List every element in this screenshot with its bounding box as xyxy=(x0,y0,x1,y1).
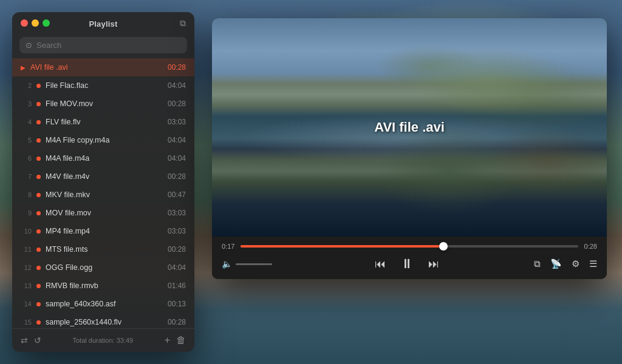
item-number: 5 xyxy=(21,136,32,144)
search-icon: ⊙ xyxy=(26,41,32,50)
playlist-panel: Playlist ⧉ ⊙ ▶ AVI file .avi 00:28 2 Fil… xyxy=(12,12,194,352)
playlist-item[interactable]: 7 M4V file.m4v 00:28 xyxy=(12,167,194,186)
progress-row: 0:17 0:28 xyxy=(222,243,597,250)
item-name: RMVB file.rmvb xyxy=(46,281,163,290)
item-name: File Flac.flac xyxy=(46,81,163,90)
item-dot-icon xyxy=(36,248,41,252)
play-arrow-icon: ▶ xyxy=(21,64,26,71)
playlist-item[interactable]: 4 FLV file.flv 03:03 xyxy=(12,113,194,131)
item-name: OGG File.ogg xyxy=(46,263,163,272)
item-duration: 03:03 xyxy=(168,118,186,126)
item-name: sample_2560x1440.flv xyxy=(46,318,163,326)
controls-row: 🔈 ⏮ ⏸ ⏭ ⧉ 📡 ⚙ ☰ xyxy=(222,256,597,272)
add-button[interactable]: + xyxy=(165,335,170,346)
item-number: 9 xyxy=(21,209,32,217)
item-name: M4V file.m4v xyxy=(46,172,163,181)
airplay-icon[interactable]: 📡 xyxy=(550,258,562,269)
item-dot-icon xyxy=(36,211,41,215)
item-dot-icon xyxy=(36,320,41,325)
item-number: 11 xyxy=(21,246,32,253)
item-duration: 00:28 xyxy=(168,63,186,72)
item-dot-icon xyxy=(36,229,41,234)
item-duration: 00:47 xyxy=(168,190,186,199)
progress-fill xyxy=(241,245,443,248)
playlist-item[interactable]: 15 sample_2560x1440.flv 00:28 xyxy=(12,313,194,328)
settings-icon[interactable]: ⚙ xyxy=(572,258,579,269)
item-number: 8 xyxy=(21,191,32,198)
playlist-icon[interactable]: ☰ xyxy=(589,258,597,269)
delete-button[interactable]: 🗑 xyxy=(176,335,186,346)
playlist-item[interactable]: 11 MTS file.mts 00:28 xyxy=(12,240,194,258)
search-input[interactable] xyxy=(36,41,181,50)
playlist-item[interactable]: 9 MOV file.mov 03:03 xyxy=(12,204,194,222)
item-duration: 04:04 xyxy=(168,263,186,272)
playlist-item[interactable]: 13 RMVB file.rmvb 01:46 xyxy=(12,277,194,295)
playlist-footer: ⇄ ↺ Total duration: 33:49 + 🗑 xyxy=(12,328,194,352)
item-name: MOV file.mov xyxy=(46,209,163,217)
item-number: 14 xyxy=(21,300,32,308)
playlist-item[interactable]: 14 sample_640x360.asf 00:13 xyxy=(12,295,194,313)
item-duration: 00:28 xyxy=(168,318,186,326)
video-title: AVI file .avi xyxy=(374,120,445,135)
search-bar[interactable]: ⊙ xyxy=(19,37,187,53)
item-duration: 00:13 xyxy=(168,300,186,308)
item-dot-icon xyxy=(36,84,41,88)
item-duration: 04:04 xyxy=(168,136,186,144)
time-current: 0:17 xyxy=(222,243,234,250)
item-number: 2 xyxy=(21,82,32,89)
minimize-button[interactable] xyxy=(32,19,39,27)
playback-controls: ⏮ ⏸ ⏭ xyxy=(279,256,534,272)
playlist-list[interactable]: ▶ AVI file .avi 00:28 2 File Flac.flac 0… xyxy=(12,58,194,328)
repeat-icon[interactable]: ↺ xyxy=(34,335,41,345)
total-duration: Total duration: 33:49 xyxy=(47,337,159,344)
playlist-item[interactable]: 6 M4A file.m4a 04:04 xyxy=(12,149,194,167)
video-area[interactable]: AVI file .avi xyxy=(212,18,607,237)
item-name: FLV file.flv xyxy=(46,118,163,126)
item-dot-icon xyxy=(36,284,41,288)
item-name: M4A File copy.m4a xyxy=(46,136,163,144)
item-duration: 00:28 xyxy=(168,172,186,181)
video-player: AVI file .avi 0:17 0:28 🔈 ⏮ ⏸ ⏭ xyxy=(212,18,607,279)
item-dot-icon xyxy=(36,266,41,270)
playlist-item[interactable]: 5 M4A File copy.m4a 04:04 xyxy=(12,131,194,149)
item-duration: 00:28 xyxy=(168,99,186,108)
item-number: 12 xyxy=(21,264,32,271)
playlist-item[interactable]: 8 MKV file.mkv 00:47 xyxy=(12,186,194,204)
pause-button[interactable]: ⏸ xyxy=(400,256,414,272)
prev-button[interactable]: ⏮ xyxy=(375,258,386,271)
playlist-titlebar: Playlist ⧉ xyxy=(12,12,194,33)
playlist-item[interactable]: 3 File MOV.mov 00:28 xyxy=(12,95,194,113)
item-number: 6 xyxy=(21,155,32,162)
volume-icon[interactable]: 🔈 xyxy=(222,259,232,269)
item-name: MKV file.mkv xyxy=(46,190,163,199)
playlist-item[interactable]: 10 MP4 file.mp4 03:03 xyxy=(12,222,194,240)
time-total: 0:28 xyxy=(584,243,597,250)
pip-icon[interactable]: ⧉ xyxy=(180,18,186,28)
playlist-title: Playlist xyxy=(89,19,117,29)
item-duration: 03:03 xyxy=(168,209,186,217)
progress-track[interactable] xyxy=(241,245,578,248)
item-duration: 04:04 xyxy=(168,81,186,90)
maximize-button[interactable] xyxy=(43,19,50,27)
item-name: File MOV.mov xyxy=(46,99,163,108)
progress-thumb[interactable] xyxy=(439,242,448,251)
item-number: 4 xyxy=(21,118,32,126)
shuffle-icon[interactable]: ⇄ xyxy=(21,335,28,345)
item-duration: 01:46 xyxy=(168,281,186,290)
close-button[interactable] xyxy=(21,19,28,27)
item-number: 13 xyxy=(21,282,32,289)
item-dot-icon xyxy=(36,175,41,179)
item-dot-icon xyxy=(36,302,41,306)
pip-player-icon[interactable]: ⧉ xyxy=(534,258,541,269)
playlist-item[interactable]: 12 OGG File.ogg 04:04 xyxy=(12,258,194,277)
item-dot-icon xyxy=(36,138,41,143)
item-duration: 03:03 xyxy=(168,227,186,235)
item-duration: 00:28 xyxy=(168,245,186,254)
playlist-item[interactable]: 2 File Flac.flac 04:04 xyxy=(12,76,194,95)
item-number: 15 xyxy=(21,318,32,326)
video-controls: 0:17 0:28 🔈 ⏮ ⏸ ⏭ ⧉ xyxy=(212,237,607,279)
next-button[interactable]: ⏭ xyxy=(428,258,439,271)
volume-control: 🔈 xyxy=(222,259,272,269)
playlist-item[interactable]: ▶ AVI file .avi 00:28 xyxy=(12,58,194,76)
volume-track[interactable] xyxy=(236,263,272,265)
